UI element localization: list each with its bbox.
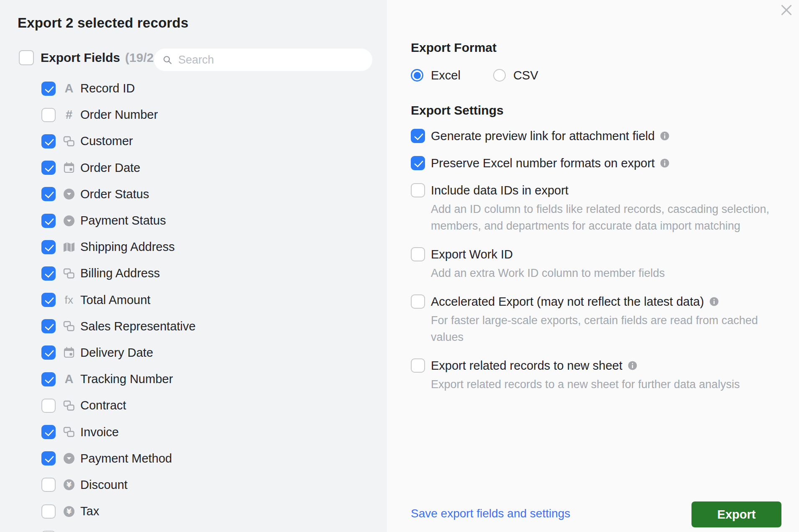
text-icon: A xyxy=(62,82,76,95)
field-row[interactable]: ARecord ID xyxy=(0,75,387,102)
field-row[interactable]: Invoice xyxy=(0,419,387,445)
related-record-icon xyxy=(62,268,76,279)
currency-icon: ¥ xyxy=(62,478,76,491)
select-all-fields-row[interactable]: Export Fields (19/24) xyxy=(19,50,165,65)
info-icon[interactable] xyxy=(660,158,670,168)
currency-icon: ¥ xyxy=(62,505,76,518)
info-icon[interactable] xyxy=(709,297,719,307)
export-fields-label: Export Fields xyxy=(41,51,120,65)
save-settings-link[interactable]: Save export fields and settings xyxy=(411,507,570,520)
field-label: Sales Representative xyxy=(80,320,196,333)
field-row[interactable]: fxTotal Amount xyxy=(0,287,387,313)
setting-label: Export related records to new sheet xyxy=(431,359,622,373)
field-row[interactable]: Billing Address xyxy=(0,260,387,286)
setting-row[interactable]: Preserve Excel number formats on export xyxy=(411,156,799,170)
field-row[interactable]: Delivery Date xyxy=(0,340,387,366)
export-button[interactable]: Export xyxy=(691,501,781,527)
setting-row[interactable]: Export related records to new sheet xyxy=(411,358,799,373)
svg-text:¥: ¥ xyxy=(67,481,72,489)
field-checkbox[interactable] xyxy=(41,266,56,281)
field-checkbox[interactable] xyxy=(41,214,56,228)
field-row[interactable]: Order Date xyxy=(0,155,387,181)
field-label: Payment Method xyxy=(80,452,172,466)
field-row[interactable] xyxy=(0,524,387,532)
field-checkbox[interactable] xyxy=(41,108,56,122)
field-checkbox[interactable] xyxy=(41,345,56,360)
setting-label: Export Work ID xyxy=(431,248,513,261)
field-checkbox[interactable] xyxy=(41,504,56,519)
field-label: Discount xyxy=(80,478,128,492)
single-select-icon xyxy=(62,215,76,227)
single-select-icon xyxy=(62,188,76,200)
close-button[interactable] xyxy=(778,2,795,18)
field-label: Billing Address xyxy=(80,266,160,280)
setting-checkbox[interactable] xyxy=(411,294,425,309)
field-row[interactable]: Order Status xyxy=(0,181,387,207)
text-icon: A xyxy=(62,373,76,385)
setting-checkbox[interactable] xyxy=(411,247,425,261)
field-checkbox[interactable] xyxy=(41,372,56,386)
field-label: Tax xyxy=(80,504,99,518)
info-icon[interactable] xyxy=(627,361,638,371)
setting-item: Export Work IDAdd an extra Work ID colum… xyxy=(411,247,799,281)
field-checkbox[interactable] xyxy=(41,240,56,254)
radio-csv[interactable] xyxy=(493,69,506,82)
field-label: Shipping Address xyxy=(80,240,175,254)
setting-checkbox[interactable] xyxy=(411,183,425,197)
field-label: Tracking Number xyxy=(80,372,173,386)
setting-item: Export related records to new sheetExpor… xyxy=(411,358,799,393)
export-dialog: Export 2 selected records Export Fields … xyxy=(0,0,799,532)
field-label: Order Number xyxy=(80,108,158,122)
field-search[interactable] xyxy=(154,49,372,71)
field-row[interactable]: ¥Tax xyxy=(0,498,387,524)
setting-checkbox[interactable] xyxy=(411,129,425,143)
field-row[interactable]: ATracking Number xyxy=(0,366,387,392)
field-checkbox[interactable] xyxy=(41,319,56,333)
close-icon xyxy=(780,4,793,16)
related-record-icon xyxy=(62,427,76,437)
format-option-csv[interactable]: CSV xyxy=(493,69,538,82)
field-checkbox[interactable] xyxy=(41,425,56,439)
setting-row[interactable]: Include data IDs in export xyxy=(411,183,799,197)
field-row[interactable]: #Order Number xyxy=(0,102,387,128)
field-checkbox[interactable] xyxy=(41,451,56,466)
field-row[interactable]: Shipping Address xyxy=(0,234,387,260)
format-option-label: CSV xyxy=(513,69,538,82)
settings-list: Generate preview link for attachment fie… xyxy=(411,129,799,393)
field-list: ARecord ID#Order NumberCustomerOrder Dat… xyxy=(0,75,387,532)
field-checkbox[interactable] xyxy=(41,82,56,96)
setting-checkbox[interactable] xyxy=(411,358,425,373)
select-all-checkbox[interactable] xyxy=(19,50,34,65)
field-label: Customer xyxy=(80,134,133,148)
calendar-icon xyxy=(62,162,76,174)
calendar-icon xyxy=(62,347,76,358)
field-label: Record ID xyxy=(80,82,135,95)
setting-label: Include data IDs in export xyxy=(431,184,569,197)
field-row[interactable]: ¥Discount xyxy=(0,472,387,498)
field-row[interactable]: Payment Status xyxy=(0,207,387,234)
field-checkbox[interactable] xyxy=(41,399,56,413)
field-checkbox[interactable] xyxy=(41,134,56,148)
field-row[interactable]: Sales Representative xyxy=(0,313,387,340)
field-checkbox[interactable] xyxy=(41,293,56,307)
format-option-excel[interactable]: Excel xyxy=(411,69,461,82)
dialog-title: Export 2 selected records xyxy=(18,15,189,31)
setting-checkbox[interactable] xyxy=(411,156,425,170)
setting-row[interactable]: Accelerated Export (may not reflect the … xyxy=(411,294,799,309)
setting-row[interactable]: Export Work ID xyxy=(411,247,799,261)
field-checkbox[interactable] xyxy=(41,478,56,492)
setting-row[interactable]: Generate preview link for attachment fie… xyxy=(411,129,799,143)
field-label: Invoice xyxy=(80,425,119,439)
field-row[interactable]: Contract xyxy=(0,392,387,419)
info-icon[interactable] xyxy=(660,131,670,141)
field-label: Delivery Date xyxy=(80,346,153,360)
field-checkbox[interactable] xyxy=(41,161,56,175)
setting-description: For faster large-scale exports, certain … xyxy=(431,312,799,345)
single-select-icon xyxy=(62,452,76,465)
field-row[interactable]: Customer xyxy=(0,128,387,154)
radio-excel[interactable] xyxy=(411,69,423,82)
search-input[interactable] xyxy=(177,53,364,67)
field-checkbox[interactable] xyxy=(41,187,56,201)
field-row[interactable]: Payment Method xyxy=(0,445,387,472)
format-options: ExcelCSV xyxy=(411,68,799,83)
